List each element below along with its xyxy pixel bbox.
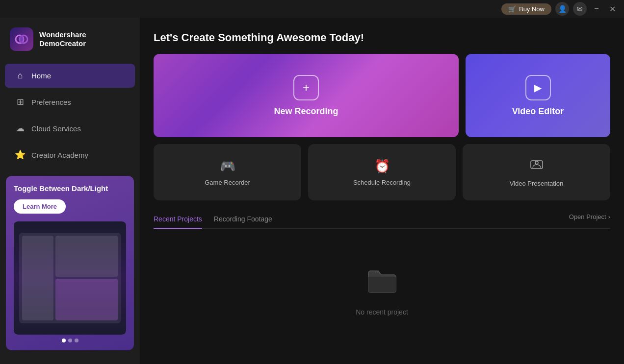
empty-folder-icon bbox=[366, 267, 398, 300]
promo-dot-1 bbox=[62, 339, 66, 342]
preferences-icon: ⊞ bbox=[15, 97, 26, 107]
video-editor-icon-box: ▶ bbox=[525, 75, 551, 100]
chevron-right-icon: › bbox=[608, 213, 610, 220]
logo-icon bbox=[10, 27, 33, 51]
logo-title-line1: Wondershare bbox=[39, 30, 86, 39]
schedule-recording-card[interactable]: ⏰ Schedule Recording bbox=[308, 144, 456, 200]
logo-area: Wondershare DemoCreator bbox=[0, 18, 140, 63]
promo-dots bbox=[14, 339, 126, 342]
cloud-icon: ☁ bbox=[15, 123, 26, 134]
tab-content-recent-projects: No recent project bbox=[154, 229, 610, 354]
logo-title-line2: DemoCreator bbox=[39, 39, 86, 48]
academy-icon: ⭐ bbox=[15, 149, 26, 160]
sidebar-item-home[interactable]: ⌂ Home bbox=[5, 64, 135, 88]
mail-icon[interactable]: ✉ bbox=[573, 2, 587, 16]
close-button[interactable]: ✕ bbox=[606, 3, 618, 15]
schedule-recording-label: Schedule Recording bbox=[353, 179, 411, 186]
main-content: Let's Create Something Awesome Today! + … bbox=[140, 18, 624, 364]
promo-dot-2 bbox=[68, 339, 72, 342]
schedule-recording-icon: ⏰ bbox=[374, 159, 390, 174]
video-presentation-icon bbox=[530, 158, 544, 175]
sidebar-item-label-academy: Creator Academy bbox=[31, 151, 88, 159]
sidebar-item-label-preferences: Preferences bbox=[31, 98, 71, 106]
promo-learn-more-button[interactable]: Learn More bbox=[14, 199, 66, 214]
buy-now-button[interactable]: 🛒 Buy Now bbox=[501, 3, 551, 15]
top-cards-row: + New Recording ▶ Video Editor bbox=[154, 54, 610, 137]
tab-recent-projects[interactable]: Recent Projects bbox=[154, 210, 202, 229]
play-icon: ▶ bbox=[534, 82, 542, 94]
sidebar-item-preferences[interactable]: ⊞ Preferences bbox=[5, 90, 135, 114]
account-icon[interactable]: 👤 bbox=[555, 2, 569, 16]
video-editor-card[interactable]: ▶ Video Editor bbox=[466, 54, 610, 137]
bottom-cards-row: 🎮 Game Recorder ⏰ Schedule Recording Vid… bbox=[154, 144, 610, 200]
open-project-label: Open Project bbox=[569, 213, 606, 220]
logo-text: Wondershare DemoCreator bbox=[39, 30, 86, 48]
buy-now-label: Buy Now bbox=[519, 5, 545, 13]
svg-point-4 bbox=[535, 161, 538, 164]
tab-recording-footage[interactable]: Recording Footage bbox=[214, 210, 272, 229]
svg-point-2 bbox=[20, 35, 24, 43]
video-presentation-card[interactable]: Video Presentation bbox=[463, 144, 610, 200]
promo-dot-3 bbox=[75, 339, 78, 342]
sidebar-item-creator-academy[interactable]: ⭐ Creator Academy bbox=[5, 143, 135, 167]
empty-state-label: No recent project bbox=[356, 308, 408, 316]
new-recording-label: New Recording bbox=[274, 106, 338, 117]
game-recorder-card[interactable]: 🎮 Game Recorder bbox=[154, 144, 301, 200]
minimize-button[interactable]: − bbox=[591, 3, 602, 15]
sidebar: Wondershare DemoCreator ⌂ Home ⊞ Prefere… bbox=[0, 18, 140, 364]
game-recorder-label: Game Recorder bbox=[205, 179, 250, 186]
sidebar-item-label-cloud: Cloud Services bbox=[31, 124, 81, 133]
plus-icon: + bbox=[303, 81, 310, 95]
new-recording-icon-box: + bbox=[293, 75, 319, 100]
title-bar: 🛒 Buy Now 👤 ✉ − ✕ bbox=[0, 0, 624, 18]
promo-title: Toggle Between Dark/Light bbox=[14, 184, 126, 194]
home-icon: ⌂ bbox=[15, 71, 26, 81]
promo-image bbox=[14, 221, 126, 335]
open-project-link[interactable]: Open Project › bbox=[569, 213, 610, 225]
sidebar-promo: Toggle Between Dark/Light Learn More bbox=[6, 176, 134, 350]
video-editor-label: Video Editor bbox=[512, 106, 564, 117]
app-body: Wondershare DemoCreator ⌂ Home ⊞ Prefere… bbox=[0, 18, 624, 364]
cart-icon: 🛒 bbox=[508, 5, 516, 13]
sidebar-item-label-home: Home bbox=[31, 72, 51, 80]
tabs-header: Recent Projects Recording Footage Open P… bbox=[154, 210, 610, 229]
sidebar-item-cloud-services[interactable]: ☁ Cloud Services bbox=[5, 116, 135, 141]
tabs-section: Recent Projects Recording Footage Open P… bbox=[154, 210, 610, 354]
video-presentation-label: Video Presentation bbox=[510, 180, 564, 187]
page-title: Let's Create Something Awesome Today! bbox=[154, 31, 610, 44]
game-recorder-icon: 🎮 bbox=[220, 159, 235, 174]
new-recording-card[interactable]: + New Recording bbox=[154, 54, 459, 137]
